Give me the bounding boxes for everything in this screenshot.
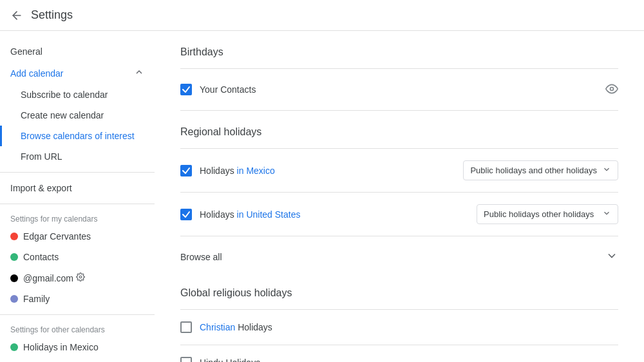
settings-other-calendars-label: Settings for other calendars (0, 320, 155, 337)
eye-icon[interactable] (605, 82, 618, 97)
sidebar-item-subscribe[interactable]: Subscribe to calendar (0, 84, 155, 105)
regional-mexico-label: Holidays in Mexico (200, 166, 463, 176)
layout: General Add calendar Subscribe to calend… (0, 31, 644, 362)
mexico-dot (10, 343, 18, 351)
divider-1 (0, 172, 155, 173)
sidebar-item-browse[interactable]: Browse calendars of interest (0, 126, 155, 146)
dropdown-arrow-icon (602, 165, 611, 176)
sidebar-item-family[interactable]: Family (0, 289, 155, 309)
chevron-up-icon (134, 67, 144, 79)
birthdays-divider-top (180, 68, 618, 69)
christian-divider (180, 345, 618, 345)
hindu-label: Hindu Holidays (200, 357, 260, 362)
christian-row: Christian Holidays (180, 315, 618, 339)
regional-mexico-divider (180, 192, 618, 193)
sidebar-item-import-export[interactable]: Import & export (0, 178, 155, 198)
family-dot (10, 295, 18, 303)
regional-mexico-checkbox-container: Holidays in Mexico (180, 165, 463, 176)
christian-label: Christian Holidays (200, 322, 272, 332)
sidebar-item-general[interactable]: General (0, 41, 155, 62)
main-content: Birthdays Your Contacts (155, 31, 644, 362)
birthdays-contacts-label: Your Contacts (200, 84, 605, 95)
sidebar-item-create[interactable]: Create new calendar (0, 105, 155, 126)
regional-us-dropdown[interactable]: Public holidays other holidays (477, 204, 618, 224)
hindu-checkbox[interactable] (180, 357, 192, 362)
regional-title: Regional holidays (180, 126, 618, 138)
divider-3 (0, 314, 155, 315)
dropdown-arrow-us-icon (602, 209, 611, 220)
top-bar: Settings (0, 0, 644, 31)
global-section: Global religious holidays Christian Holi… (180, 287, 618, 362)
birthdays-contacts-checkbox-container: Your Contacts (180, 84, 605, 95)
svg-point-2 (611, 87, 614, 90)
sidebar: General Add calendar Subscribe to calend… (0, 31, 155, 362)
hindu-row: Hindu Holidays (180, 350, 618, 362)
page-title: Settings (31, 8, 73, 22)
sidebar-item-add-calendar[interactable]: Add calendar (0, 62, 155, 84)
browse-all-row[interactable]: Browse all (180, 242, 618, 272)
christian-checkbox[interactable] (180, 321, 192, 333)
sidebar-item-mexico[interactable]: Holidays in Mexico (0, 337, 155, 357)
global-title: Global religious holidays (180, 287, 618, 299)
sidebar-item-url[interactable]: From URL (0, 146, 155, 167)
sidebar-item-contacts[interactable]: Contacts (0, 247, 155, 267)
birthdays-section: Birthdays Your Contacts (180, 46, 618, 111)
gmail-dot (10, 274, 18, 282)
contacts-dot (10, 253, 18, 261)
birthdays-eye-action (605, 82, 618, 97)
sidebar-item-edgar[interactable]: Edgar Cervantes (0, 226, 155, 247)
birthdays-title: Birthdays (180, 46, 618, 58)
regional-mexico-dropdown[interactable]: Public holidays and other holidays (463, 160, 618, 180)
sidebar-item-us[interactable]: Holidays in United States (0, 357, 155, 362)
birthdays-contacts-checkbox[interactable] (180, 84, 192, 95)
regional-us-label: Holidays in United States (200, 209, 477, 220)
birthdays-divider-bottom (180, 110, 618, 111)
regional-section: Regional holidays Holidays in Mexico Pub… (180, 126, 618, 272)
regional-mexico-row: Holidays in Mexico Public holidays and o… (180, 154, 618, 187)
edgar-dot (10, 233, 18, 240)
regional-us-checkbox-container: Holidays in United States (180, 209, 477, 220)
regional-us-row: Holidays in United States Public holiday… (180, 198, 618, 231)
back-button[interactable] (10, 9, 23, 22)
regional-us-divider (180, 236, 618, 236)
global-divider-top (180, 309, 618, 310)
regional-us-checkbox[interactable] (180, 209, 192, 220)
sidebar-item-gmail[interactable]: @gmail.com (0, 267, 155, 289)
settings-my-calendars-label: Settings for my calendars (0, 209, 155, 226)
regional-divider-top (180, 148, 618, 149)
divider-2 (0, 204, 155, 204)
gmail-settings-icon (76, 272, 85, 283)
svg-point-1 (79, 276, 82, 278)
regional-mexico-checkbox[interactable] (180, 165, 192, 176)
birthdays-contacts-row: Your Contacts (180, 74, 618, 105)
browse-all-chevron-icon (605, 249, 618, 264)
